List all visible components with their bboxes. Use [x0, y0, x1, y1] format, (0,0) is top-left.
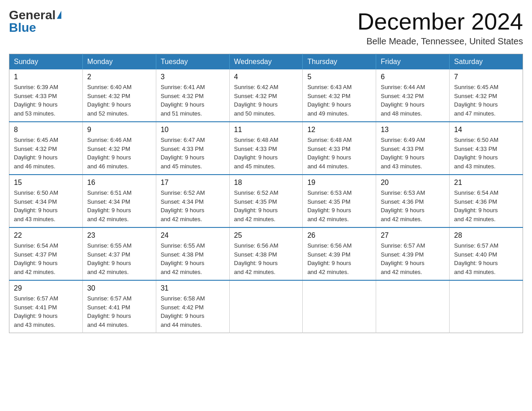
calendar-cell: 19 Sunrise: 6:53 AM Sunset: 4:35 PM Dayl… — [303, 175, 376, 227]
daylight-minutes: and 43 minutes. — [14, 321, 56, 328]
sunset-label: Sunset: 4:34 PM — [161, 198, 204, 205]
day-number: 30 — [87, 284, 151, 292]
daylight-label: Daylight: 9 hours — [307, 207, 351, 214]
day-number: 20 — [381, 179, 445, 187]
daylight-label: Daylight: 9 hours — [307, 154, 351, 161]
calendar-week-row: 15 Sunrise: 6:50 AM Sunset: 4:34 PM Dayl… — [9, 175, 523, 227]
day-number: 31 — [161, 284, 225, 292]
day-number: 29 — [14, 284, 78, 292]
calendar-cell: 25 Sunrise: 6:56 AM Sunset: 4:38 PM Dayl… — [229, 227, 303, 280]
logo-triangle-icon — [57, 11, 61, 19]
sunset-label: Sunset: 4:32 PM — [87, 93, 130, 99]
sunset-label: Sunset: 4:33 PM — [381, 146, 424, 152]
calendar-week-row: 1 Sunrise: 6:39 AM Sunset: 4:33 PM Dayli… — [9, 69, 523, 122]
daylight-minutes: and 43 minutes. — [454, 269, 496, 275]
sunrise-label: Sunrise: 6:41 AM — [161, 84, 205, 90]
day-info: Sunrise: 6:53 AM Sunset: 4:36 PM Dayligh… — [381, 188, 445, 223]
day-number: 10 — [161, 126, 225, 134]
day-info: Sunrise: 6:40 AM Sunset: 4:32 PM Dayligh… — [87, 83, 151, 118]
sunset-label: Sunset: 4:33 PM — [234, 146, 277, 152]
logo: General Blue — [9, 9, 61, 34]
day-info: Sunrise: 6:54 AM Sunset: 4:36 PM Dayligh… — [454, 188, 518, 223]
sunset-label: Sunset: 4:32 PM — [381, 93, 424, 99]
day-number: 6 — [381, 73, 445, 81]
sunrise-label: Sunrise: 6:55 AM — [87, 242, 132, 249]
weekday-header-tuesday: Tuesday — [156, 54, 229, 70]
daylight-label: Daylight: 9 hours — [454, 207, 498, 214]
day-number: 4 — [234, 73, 298, 81]
sunrise-label: Sunrise: 6:53 AM — [307, 189, 352, 196]
calendar-cell: 13 Sunrise: 6:49 AM Sunset: 4:33 PM Dayl… — [376, 122, 450, 175]
day-info: Sunrise: 6:57 AM Sunset: 4:41 PM Dayligh… — [14, 294, 78, 329]
daylight-minutes: and 48 minutes. — [381, 110, 422, 117]
daylight-label: Daylight: 9 hours — [161, 101, 205, 108]
day-info: Sunrise: 6:45 AM Sunset: 4:32 PM Dayligh… — [14, 136, 78, 171]
sunset-label: Sunset: 4:33 PM — [161, 146, 204, 152]
day-number: 26 — [307, 231, 371, 240]
sunset-label: Sunset: 4:35 PM — [234, 198, 277, 205]
sunset-label: Sunset: 4:37 PM — [14, 251, 57, 258]
day-number: 1 — [14, 73, 78, 81]
sunset-label: Sunset: 4:32 PM — [14, 146, 57, 152]
calendar-cell: 11 Sunrise: 6:48 AM Sunset: 4:33 PM Dayl… — [229, 122, 303, 175]
daylight-label: Daylight: 9 hours — [234, 260, 278, 266]
sunset-label: Sunset: 4:34 PM — [87, 198, 130, 205]
weekday-header-thursday: Thursday — [303, 54, 376, 70]
daylight-minutes: and 43 minutes. — [381, 163, 422, 170]
calendar-cell: 26 Sunrise: 6:56 AM Sunset: 4:39 PM Dayl… — [303, 227, 376, 280]
day-info: Sunrise: 6:55 AM Sunset: 4:37 PM Dayligh… — [87, 241, 151, 276]
day-info: Sunrise: 6:52 AM Sunset: 4:34 PM Dayligh… — [161, 188, 225, 223]
sunrise-label: Sunrise: 6:45 AM — [454, 84, 498, 90]
calendar-cell: 10 Sunrise: 6:47 AM Sunset: 4:33 PM Dayl… — [156, 122, 229, 175]
weekday-header-wednesday: Wednesday — [229, 54, 303, 70]
calendar-week-row: 22 Sunrise: 6:54 AM Sunset: 4:37 PM Dayl… — [9, 227, 523, 280]
calendar-cell: 15 Sunrise: 6:50 AM Sunset: 4:34 PM Dayl… — [9, 175, 83, 227]
day-number: 18 — [234, 179, 298, 187]
day-info: Sunrise: 6:56 AM Sunset: 4:38 PM Dayligh… — [234, 241, 298, 276]
sunset-label: Sunset: 4:37 PM — [87, 251, 130, 258]
day-number: 3 — [161, 73, 225, 81]
sunrise-label: Sunrise: 6:50 AM — [454, 137, 498, 143]
calendar-cell: 17 Sunrise: 6:52 AM Sunset: 4:34 PM Dayl… — [156, 175, 229, 227]
sunrise-label: Sunrise: 6:57 AM — [14, 295, 58, 302]
day-number: 5 — [307, 73, 371, 81]
sunset-label: Sunset: 4:33 PM — [307, 146, 350, 152]
sunrise-label: Sunrise: 6:44 AM — [381, 84, 425, 90]
calendar-cell: 12 Sunrise: 6:48 AM Sunset: 4:33 PM Dayl… — [303, 122, 376, 175]
day-info: Sunrise: 6:50 AM Sunset: 4:33 PM Dayligh… — [454, 136, 518, 171]
sunrise-label: Sunrise: 6:43 AM — [307, 84, 352, 90]
month-title: December 2024 — [357, 9, 523, 34]
sunset-label: Sunset: 4:32 PM — [307, 93, 350, 99]
daylight-minutes: and 42 minutes. — [87, 216, 129, 223]
weekday-header-sunday: Sunday — [9, 54, 83, 70]
daylight-minutes: and 46 minutes. — [87, 163, 129, 170]
daylight-label: Daylight: 9 hours — [161, 313, 205, 319]
sunset-label: Sunset: 4:41 PM — [14, 304, 57, 311]
sunrise-label: Sunrise: 6:52 AM — [161, 189, 205, 196]
day-info: Sunrise: 6:42 AM Sunset: 4:32 PM Dayligh… — [234, 83, 298, 118]
sunrise-label: Sunrise: 6:42 AM — [234, 84, 279, 90]
calendar-cell: 20 Sunrise: 6:53 AM Sunset: 4:36 PM Dayl… — [376, 175, 450, 227]
daylight-minutes: and 52 minutes. — [87, 110, 129, 117]
sunset-label: Sunset: 4:40 PM — [454, 251, 497, 258]
day-info: Sunrise: 6:58 AM Sunset: 4:42 PM Dayligh… — [161, 294, 225, 329]
day-info: Sunrise: 6:57 AM Sunset: 4:40 PM Dayligh… — [454, 241, 518, 276]
daylight-minutes: and 42 minutes. — [454, 216, 496, 223]
sunset-label: Sunset: 4:38 PM — [161, 251, 204, 258]
daylight-label: Daylight: 9 hours — [454, 154, 498, 161]
calendar-cell: 27 Sunrise: 6:57 AM Sunset: 4:39 PM Dayl… — [376, 227, 450, 280]
daylight-label: Daylight: 9 hours — [381, 101, 425, 108]
calendar-cell — [450, 280, 523, 333]
day-info: Sunrise: 6:43 AM Sunset: 4:32 PM Dayligh… — [307, 83, 371, 118]
calendar-cell: 24 Sunrise: 6:55 AM Sunset: 4:38 PM Dayl… — [156, 227, 229, 280]
day-info: Sunrise: 6:55 AM Sunset: 4:38 PM Dayligh… — [161, 241, 225, 276]
daylight-minutes: and 44 minutes. — [307, 163, 349, 170]
day-number: 21 — [454, 179, 518, 187]
sunrise-label: Sunrise: 6:57 AM — [381, 242, 425, 249]
day-info: Sunrise: 6:41 AM Sunset: 4:32 PM Dayligh… — [161, 83, 225, 118]
daylight-label: Daylight: 9 hours — [87, 154, 131, 161]
daylight-minutes: and 44 minutes. — [161, 321, 202, 328]
sunset-label: Sunset: 4:38 PM — [234, 251, 277, 258]
daylight-label: Daylight: 9 hours — [87, 207, 131, 214]
day-info: Sunrise: 6:45 AM Sunset: 4:32 PM Dayligh… — [454, 83, 518, 118]
